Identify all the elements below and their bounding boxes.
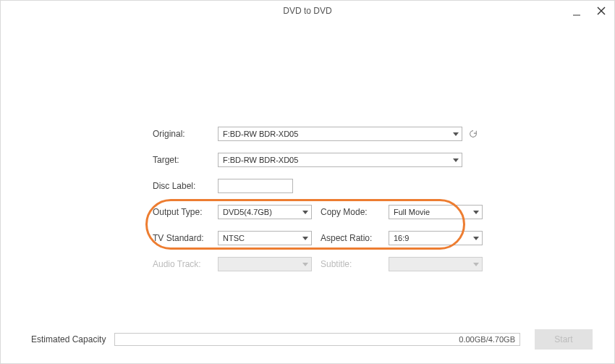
chevron-down-icon: [473, 237, 479, 240]
target-value: F:BD-RW BDR-XD05: [223, 156, 298, 164]
aspect-ratio-value: 16:9: [394, 234, 409, 242]
original-value: F:BD-RW BDR-XD05: [223, 130, 298, 138]
aspect-ratio-select[interactable]: 16:9: [389, 231, 483, 245]
chevron-down-icon: [302, 237, 308, 240]
chevron-down-icon: [473, 263, 479, 266]
refresh-icon: [468, 129, 478, 139]
refresh-button[interactable]: [468, 129, 478, 139]
capacity-progress: 0.00GB/4.70GB: [114, 333, 520, 346]
row-original: Original: F:BD-RW BDR-XD05: [153, 126, 493, 142]
footer: Estimated Capacity 0.00GB/4.70GB Start: [1, 323, 614, 363]
form-area: Original: F:BD-RW BDR-XD05 Target: F:BD-…: [153, 126, 493, 282]
audio-track-select: [218, 257, 312, 271]
minimize-button[interactable]: [568, 2, 585, 22]
label-output-type: Output Type:: [153, 207, 218, 217]
copy-mode-select[interactable]: Full Movie: [389, 205, 483, 219]
label-aspect-ratio: Aspect Ratio:: [321, 233, 389, 243]
row-target: Target: F:BD-RW BDR-XD05: [153, 152, 493, 168]
disc-label-input[interactable]: [218, 179, 293, 193]
minimize-icon: [572, 7, 582, 17]
chevron-down-icon: [302, 211, 308, 214]
capacity-text: 0.00GB/4.70GB: [459, 335, 515, 344]
row-output-copy: Output Type: DVD5(4.7GB) Copy Mode: Full…: [153, 204, 493, 220]
window-title: DVD to DVD: [283, 6, 331, 16]
target-select[interactable]: F:BD-RW BDR-XD05: [218, 153, 462, 167]
tv-standard-select[interactable]: NTSC: [218, 231, 312, 245]
chevron-down-icon: [453, 132, 459, 136]
chevron-down-icon: [453, 158, 459, 162]
tv-standard-value: NTSC: [223, 234, 245, 242]
label-target: Target:: [153, 155, 218, 165]
row-audio-subtitle: Audio Track: Subtitle:: [153, 256, 493, 272]
row-disc-label: Disc Label:: [153, 178, 493, 194]
titlebar: DVD to DVD: [1, 1, 614, 21]
original-select[interactable]: F:BD-RW BDR-XD05: [218, 127, 462, 141]
close-icon: [597, 7, 606, 15]
chevron-down-icon: [302, 263, 308, 266]
subtitle-select: [389, 257, 483, 271]
label-copy-mode: Copy Mode:: [321, 207, 389, 217]
capacity-label: Estimated Capacity: [31, 334, 106, 344]
label-tv-standard: TV Standard:: [153, 233, 218, 243]
output-type-select[interactable]: DVD5(4.7GB): [218, 205, 312, 219]
titlebar-controls: [568, 1, 610, 21]
content-area: Original: F:BD-RW BDR-XD05 Target: F:BD-…: [1, 21, 614, 363]
start-button[interactable]: Start: [535, 329, 593, 350]
label-disc-label: Disc Label:: [153, 181, 218, 191]
output-type-value: DVD5(4.7GB): [223, 208, 272, 216]
label-audio-track: Audio Track:: [153, 259, 218, 269]
label-subtitle: Subtitle:: [321, 259, 389, 269]
app-window: DVD to DVD Original: F:BD-RW BDR-XD05: [0, 0, 615, 364]
close-button[interactable]: [593, 1, 610, 21]
row-tv-aspect: TV Standard: NTSC Aspect Ratio: 16:9: [153, 230, 493, 246]
copy-mode-value: Full Movie: [394, 208, 430, 216]
label-original: Original:: [153, 129, 218, 139]
chevron-down-icon: [473, 211, 479, 214]
